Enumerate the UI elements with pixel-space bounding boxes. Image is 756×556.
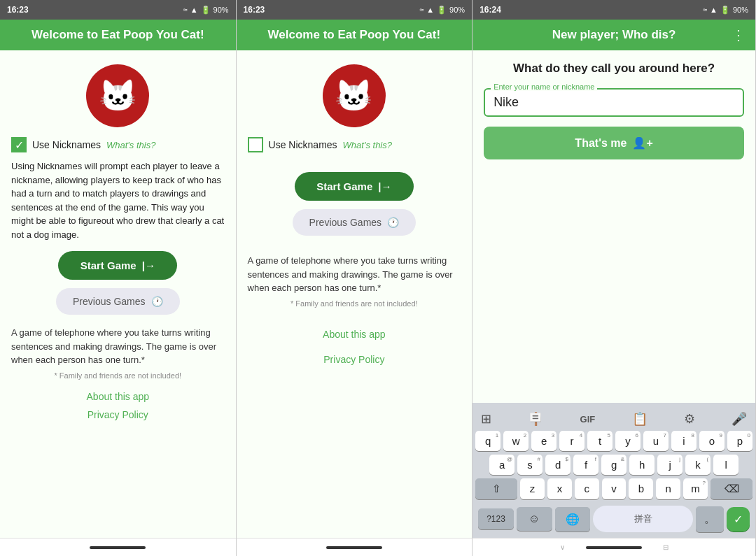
kb-key-b[interactable]: b [629,478,653,499]
content-2: 🐱 Use Nicknames What's this? Start Game … [237,50,472,538]
kb-key-z[interactable]: z [520,478,545,499]
kb-sticker-icon[interactable]: 🪧 [528,411,543,427]
time-3: 16:24 [479,5,501,15]
kb-emoji-key[interactable]: ☺ [517,507,552,531]
previous-games-btn-1[interactable]: Previous Games 🕐 [56,288,179,315]
nav-bar-2 [237,538,472,556]
kb-key-n[interactable]: n [656,478,680,499]
kb-key-s[interactable]: #s [517,455,542,475]
about-link-2[interactable]: About this app [323,329,386,340]
nickname-row-2[interactable]: Use Nicknames What's this? [248,137,392,152]
kb-key-j[interactable]: jj [657,455,682,475]
more-options-icon[interactable]: ⋮ [732,27,746,43]
kb-period-key[interactable]: 。 [696,506,724,532]
kb-grid-icon[interactable]: ⊞ [481,411,491,427]
nav-pill-2 [326,546,382,549]
new-player-content: What do they call you around here? Enter… [472,50,755,403]
kb-key-v[interactable]: v [602,478,626,499]
cat-logo-2: 🐱 [323,64,386,127]
nickname-checkbox-1[interactable]: ✓ [11,137,27,152]
disclaimer-1: * Family and friends are not included! [54,371,181,380]
screen-3: 16:24 ≈ ▲ 🔋 90% New player; Who dis? ⋮ W… [472,0,756,556]
kb-clipboard-icon[interactable]: 📋 [632,411,648,427]
kb-key-i[interactable]: 8i [671,431,696,451]
kb-key-k[interactable]: (k [685,455,710,475]
kb-key-l[interactable]: l [713,455,738,475]
clock-icon-2: 🕐 [387,217,399,228]
kb-key-h[interactable]: h [629,455,654,475]
kb-globe-key[interactable]: 🌐 [555,507,591,532]
screen-2: 16:23 ≈ ▲ 🔋 90% Welcome to Eat Poop You … [237,0,473,556]
kb-shift-key[interactable]: ⇧ [475,478,517,499]
cat-face-2: 🐱 [335,80,373,111]
battery-pct-1: 90% [214,6,229,14]
kb-key-m[interactable]: ?m [683,478,708,499]
cat-logo-1: 🐱 [86,64,149,127]
kb-key-x[interactable]: x [547,478,572,499]
kb-key-y[interactable]: 6y [615,431,640,451]
status-bar-1: 16:23 ≈ ▲ 🔋 90% [0,0,236,20]
kb-key-u[interactable]: 7u [643,431,668,451]
privacy-link-1[interactable]: Privacy Policy [88,409,148,420]
kb-key-a[interactable]: @a [489,455,514,475]
privacy-link-2[interactable]: Privacy Policy [323,354,384,365]
keyboard: ⊞ 🪧 GIF 📋 ⚙ 🎤 1q 2w 3e 4r 5t 6y 7u 8i 9o… [472,403,755,538]
whats-this-1[interactable]: What's this? [106,140,155,150]
tagline-2: A game of telephone where you take turns… [248,254,461,295]
status-icons-2: ≈ ▲ 🔋 90% [419,6,465,15]
app-header-2: Welcome to Eat Poop You Cat! [237,20,472,50]
signal-icon-2: ▲ [426,6,434,14]
kb-key-t[interactable]: 5t [587,431,612,451]
kb-backspace-key[interactable]: ⌫ [710,478,752,499]
kb-key-w[interactable]: 2w [503,431,528,451]
whats-this-2[interactable]: What's this? [343,140,392,150]
signal-icon-3: ▲ [710,6,718,14]
kb-key-g[interactable]: &g [601,455,626,475]
kb-key-p[interactable]: 0p [727,431,752,451]
status-icons-3: ≈ ▲ 🔋 90% [703,6,748,15]
kb-key-q[interactable]: 1q [475,431,500,451]
wifi-icon-2: ≈ [419,6,424,14]
nickname-checkbox-2[interactable] [248,137,263,152]
kb-key-c[interactable]: c [575,478,599,499]
arrow-icon-1: |→ [142,259,155,271]
keyboard-toolbar: ⊞ 🪧 GIF 📋 ⚙ 🎤 [475,408,752,431]
status-icons-1: ≈ ▲ 🔋 90% [183,6,229,15]
person-add-icon: 👤+ [632,136,652,150]
kb-row-1: 1q 2w 3e 4r 5t 6y 7u 8i 9o 0p [475,431,752,451]
keyboard-rows: 1q 2w 3e 4r 5t 6y 7u 8i 9o 0p @a #s $d f… [475,431,752,535]
nickname-row-1[interactable]: ✓ Use Nicknames What's this? [11,137,155,152]
kb-space-key[interactable]: 拼音 [593,506,693,532]
kb-num-key[interactable]: ?123 [478,508,514,529]
cat-face-1: 🐱 [99,80,137,111]
kb-settings-icon[interactable]: ⚙ [684,411,695,427]
battery-icon-3: 🔋 [720,6,730,15]
nav-bar-1 [0,538,236,556]
disclaimer-2: * Family and friends are not included! [290,299,418,308]
kb-enter-key[interactable]: ✓ [727,507,750,532]
nav-pill-1 [90,546,146,549]
kb-key-r[interactable]: 4r [559,431,584,451]
kb-gif-label[interactable]: GIF [580,414,596,425]
name-input-wrapper[interactable]: Enter your name or nickname [484,88,744,117]
kb-key-o[interactable]: 9o [699,431,724,451]
header-title-1: Welcome to Eat Poop You Cat! [31,28,204,42]
battery-pct-2: 90% [449,6,465,14]
thats-me-btn[interactable]: That's me 👤+ [484,127,744,159]
checkbox-label-1: Use Nicknames [32,139,101,150]
kb-expand-icon: ∨ [560,543,565,551]
arrow-icon-2: |→ [378,180,391,192]
battery-icon: 🔋 [201,6,211,15]
start-game-btn-1[interactable]: Start Game |→ [58,251,177,280]
nav-pill-3 [586,546,642,549]
previous-games-btn-2[interactable]: Previous Games 🕐 [293,209,416,236]
start-game-btn-2[interactable]: Start Game |→ [295,172,414,201]
about-link-1[interactable]: About this app [87,391,150,402]
kb-key-f[interactable]: ff [573,455,598,475]
kb-mic-icon[interactable]: 🎤 [732,411,747,427]
wifi-icon: ≈ [183,6,188,14]
kb-key-e[interactable]: 3e [531,431,556,451]
name-input[interactable] [493,95,734,110]
tagline-1: A game of telephone where you take turns… [11,326,225,367]
kb-key-d[interactable]: $d [545,455,570,475]
